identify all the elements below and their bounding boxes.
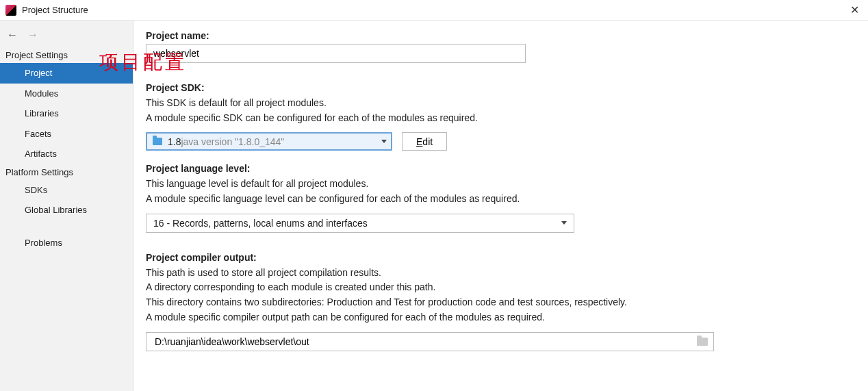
folder-icon [153,138,162,145]
sidebar-item-label: Project [25,68,52,78]
window-title: Project Structure [22,5,88,15]
sdk-selected-version: java version "1.8.0_144" [181,136,284,147]
output-desc-line: A directory corresponding to each module… [146,280,856,295]
output-desc-line: This path is used to store all project c… [146,266,856,281]
sidebar-item-label: Global Libraries [25,205,87,215]
project-name-input[interactable] [146,44,526,63]
sidebar-item-facets[interactable]: Facets [0,124,133,144]
sidebar-item-label: Facets [25,129,51,139]
project-sdk-dropdown[interactable]: 1.8 java version "1.8.0_144" [146,132,392,151]
sidebar-item-label: Artifacts [25,149,57,159]
sidebar-item-label: Problems [25,238,62,248]
compiler-output-field [146,332,714,351]
sidebar-item-label: Libraries [25,108,59,118]
language-level-label: Project language level: [146,163,856,174]
project-settings-header: Project Settings [0,47,133,63]
project-sdk-label: Project SDK: [146,82,856,93]
language-level-dropdown[interactable]: 16 - Records, patterns, local enums and … [146,214,574,233]
sdk-desc-line: A module specific SDK can be configured … [146,111,856,126]
compiler-output-input[interactable] [155,336,697,347]
sidebar-item-modules[interactable]: Modules [0,84,133,104]
sidebar: ← → Project Settings Project Modules Lib… [0,21,133,391]
lang-desc-line: This language level is default for all p… [146,177,856,192]
app-icon [5,5,16,16]
back-arrow-icon[interactable]: ← [7,29,18,40]
sidebar-item-sdks[interactable]: SDKs [0,180,133,201]
chevron-down-icon [381,140,387,143]
browse-folder-icon[interactable] [697,338,708,346]
sidebar-item-project[interactable]: Project [0,63,133,84]
chevron-down-icon [561,221,567,225]
sidebar-item-problems[interactable]: Problems [0,233,133,253]
sdk-selected-name: 1.8 [168,136,181,147]
sdk-desc-line: This SDK is default for all project modu… [146,96,856,111]
sidebar-item-global-libraries[interactable]: Global Libraries [0,200,133,220]
sidebar-item-artifacts[interactable]: Artifacts [0,144,133,164]
output-desc-line: A module specific compiler output path c… [146,310,856,325]
sidebar-item-libraries[interactable]: Libraries [0,103,133,124]
output-desc-line: This directory contains two subdirectori… [146,295,856,310]
forward-arrow-icon[interactable]: → [27,29,38,40]
close-icon[interactable]: ✕ [846,2,863,18]
lang-desc-line: A module specific language level can be … [146,192,856,207]
platform-settings-header: Platform Settings [0,164,133,180]
main-panel: Project name: Project SDK: This SDK is d… [133,21,868,391]
edit-sdk-button[interactable]: Edit [402,132,447,151]
project-name-label: Project name: [146,30,856,41]
sidebar-item-label: SDKs [25,185,47,195]
sidebar-item-label: Modules [25,88,58,99]
language-level-value: 16 - Records, patterns, local enums and … [153,218,368,229]
titlebar: Project Structure ✕ [0,0,868,21]
compiler-output-label: Project compiler output: [146,252,856,263]
